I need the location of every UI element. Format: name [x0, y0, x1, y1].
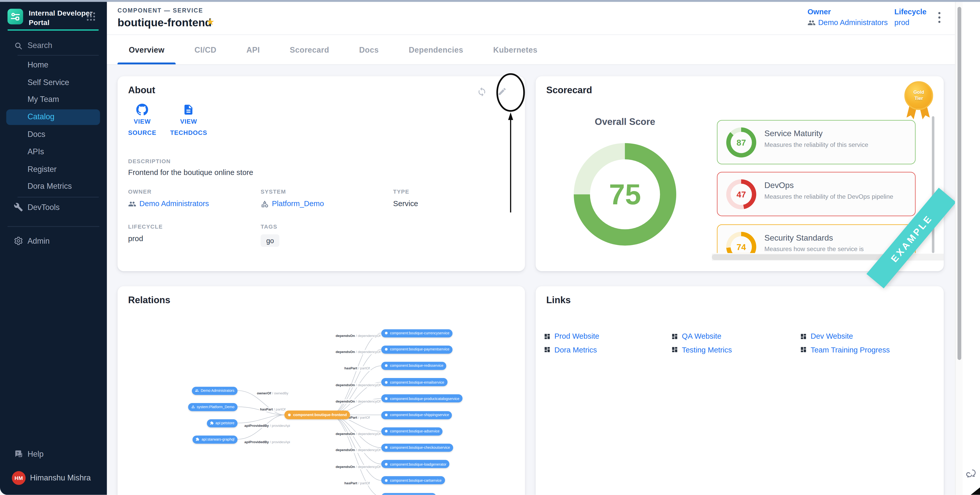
field-value: prod: [128, 234, 261, 243]
sidebar: Internal Developer Portal Search HomeSel…: [0, 0, 107, 495]
about-card: About VIEWSOURCEVIEWTECHDOCS DESCRIPTION…: [118, 76, 525, 271]
link-dora-metrics[interactable]: Dora Metrics: [544, 345, 597, 354]
tab-kubernetes[interactable]: Kubernetes: [482, 35, 549, 64]
brand-title: Internal Developer Portal: [29, 9, 93, 27]
graph-node-api-starwars-graphql[interactable]: api:starwars-graphql: [193, 435, 238, 443]
entity-header: COMPONENT — SERVICE boutique-frontend ★ …: [107, 0, 963, 35]
sidebar-item-label: Self Service: [28, 78, 69, 87]
graph-node-component-boutique-paymentservice[interactable]: component:boutique-paymentservice: [381, 345, 452, 353]
quick-link-label: VIEW: [134, 117, 151, 126]
relation-edge-label: dependsOn / dependencyOf: [335, 383, 381, 387]
api-icon: [210, 421, 213, 425]
link-label: QA Website: [682, 332, 721, 341]
sidebar-item-help[interactable]: ? Help: [0, 446, 107, 462]
graph-node-label: component:boutique-emailservice: [390, 380, 444, 384]
field-value[interactable]: Demo Administrators: [128, 199, 261, 208]
graph-node-label: component:boutique-currencyservice: [390, 331, 450, 335]
gold-tier-badge: GoldTier: [904, 81, 933, 110]
graph-node-component-boutique-currencyservice[interactable]: component:boutique-currencyservice: [381, 329, 452, 337]
graph-node-component-boutique-productcatalogservice[interactable]: component:boutique-productcatalogservice: [381, 395, 462, 403]
link-prod-website[interactable]: Prod Website: [544, 332, 599, 341]
metrics-vertical-scrollbar[interactable]: [932, 116, 934, 253]
link-team-training-progress[interactable]: Team Training Progress: [800, 345, 890, 354]
sidebar-item-label: Register: [28, 165, 57, 173]
brand-logo[interactable]: Internal Developer Portal: [7, 9, 92, 27]
relation-edge-label: dependsOn / dependencyOf: [335, 350, 381, 355]
field-label: LIFECYCLE: [128, 224, 261, 230]
graph-node-component-boutique-emailservice[interactable]: component:boutique-emailservice: [381, 378, 447, 386]
api-icon: [196, 438, 200, 441]
grid-apps-icon[interactable]: [86, 12, 96, 21]
metric-card-devops: 47DevOpsMeasures the reliability of the …: [717, 172, 916, 216]
system-icon: [191, 405, 195, 409]
sidebar-divider: [18, 197, 99, 197]
about-title: About: [128, 84, 155, 95]
relation-edge-label: dependsOn / dependencyOf: [335, 465, 381, 469]
tag-chip[interactable]: go: [261, 234, 280, 247]
graph-node-component-boutique-adservice[interactable]: component:boutique-adservice: [381, 427, 442, 436]
graph-node-component-boutique-redisservice[interactable]: component:boutique-redisservice: [381, 362, 446, 370]
sidebar-item-dora-metrics[interactable]: Dora Metrics: [0, 178, 107, 195]
tab-overview[interactable]: Overview: [118, 35, 176, 64]
tab-ci-cd[interactable]: CI/CD: [183, 35, 228, 64]
links-title: Links: [546, 294, 571, 305]
scorecard-card: Scorecard GoldTier Overall Score 75 87Se…: [536, 76, 944, 271]
lifecycle-value: prod: [894, 18, 910, 27]
tab-docs[interactable]: Docs: [348, 35, 390, 64]
graph-node-system-platform-demo[interactable]: system:Platform_Demo: [188, 403, 238, 411]
scrollbar-thumb[interactable]: [957, 7, 961, 360]
sidebar-item-apis[interactable]: APIs: [0, 143, 107, 161]
tab-scorecard[interactable]: Scorecard: [278, 35, 340, 64]
sidebar-item-register[interactable]: Register: [0, 161, 107, 178]
sidebar-user[interactable]: HM Himanshu Mishra: [0, 470, 107, 486]
relation-edge-label: hasPart / partOf: [344, 366, 371, 371]
chat-bubbles-icon[interactable]: [966, 468, 977, 479]
sidebar-nav: HomeSelf ServiceMy TeamCatalogDocsAPIsRe…: [0, 56, 107, 195]
description-label: DESCRIPTION: [128, 158, 171, 164]
link-dev-website[interactable]: Dev Website: [800, 332, 853, 341]
sidebar-item-my-team[interactable]: My Team: [0, 91, 107, 108]
star-icon[interactable]: ★: [206, 16, 215, 28]
graph-node-component-boutique-checkoutservice[interactable]: component:boutique-checkoutservice: [381, 444, 453, 452]
field-value[interactable]: Platform_Demo: [261, 199, 393, 208]
tab-dependencies[interactable]: Dependencies: [398, 35, 474, 64]
field-value: Service: [393, 199, 516, 208]
graph-node-component-boutique-loadgenerator[interactable]: component:boutique-loadgenerator: [381, 460, 449, 468]
sidebar-item-label: Admin: [28, 237, 50, 245]
owner-link[interactable]: Demo Administrators: [808, 18, 888, 27]
sidebar-item-admin[interactable]: Admin: [0, 232, 107, 249]
quick-link-techdocs[interactable]: VIEWTECHDOCS: [170, 104, 207, 137]
chip-icon: [385, 446, 388, 450]
metric-description: Measures the reliability of this service: [764, 141, 869, 148]
sidebar-item-catalog[interactable]: Catalog: [0, 108, 107, 126]
graph-node-demo-administrators[interactable]: Demo Administrators: [192, 387, 238, 395]
sidebar-search[interactable]: Search: [0, 38, 107, 53]
main-vertical-scrollbar[interactable]: [955, 2, 963, 495]
sidebar-item-self-service[interactable]: Self Service: [0, 73, 107, 91]
sidebar-search-label: Search: [0, 41, 52, 49]
chip-icon: [385, 331, 388, 335]
edit-pencil-icon[interactable]: [497, 87, 508, 97]
link-qa-website[interactable]: QA Website: [671, 332, 721, 341]
graph-node-api-petstore[interactable]: api:petstore: [207, 419, 238, 427]
dashboard-icon: [800, 346, 807, 353]
tab-api[interactable]: API: [235, 35, 271, 64]
chip-icon: [385, 380, 388, 384]
dashboard-icon: [800, 333, 807, 340]
graph-node-label: api:petstore: [215, 421, 234, 425]
kebab-menu-icon[interactable]: [938, 11, 946, 24]
graph-node-component-boutique-shippingservice[interactable]: component:boutique-shippingservice: [381, 411, 452, 419]
graph-node-center-frontend[interactable]: component:boutique-frontend: [284, 411, 350, 419]
sidebar-item-docs[interactable]: Docs: [0, 126, 107, 143]
graph-node-label: component:boutique-paymentservice: [390, 348, 450, 352]
dashboard-icon: [544, 333, 550, 340]
sidebar-item-home[interactable]: Home: [0, 56, 107, 73]
sidebar-item-label: Dora Metrics: [28, 182, 72, 191]
quick-link-source[interactable]: VIEWSOURCE: [128, 104, 157, 137]
graph-node-component-boutique-cartservice[interactable]: component:boutique-cartservice: [381, 476, 444, 484]
refresh-icon[interactable]: [477, 87, 487, 97]
system-icon: [261, 200, 269, 208]
link-testing-metrics[interactable]: Testing Metrics: [671, 345, 732, 354]
sidebar-item-devtools[interactable]: DevTools: [0, 199, 107, 216]
graph-node-partial[interactable]: [381, 493, 436, 495]
